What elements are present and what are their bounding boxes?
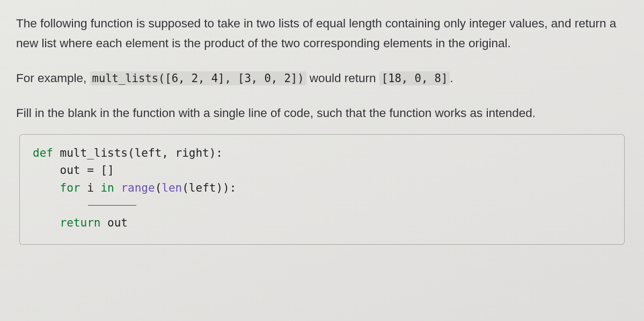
text-p1: The following function is supposed to ta…: [16, 17, 616, 50]
builtin-len: len: [162, 181, 182, 194]
problem-example-p2: For example, mult_lists([6, 2, 4], [3, 0…: [16, 68, 628, 88]
keyword-return: return: [33, 216, 100, 229]
keyword-in: in: [100, 181, 114, 194]
text-p2b: would return: [306, 71, 379, 85]
code-l3-paren1: (: [155, 181, 162, 194]
code-l3-rest: (left)):: [182, 181, 236, 194]
problem-description-p1: The following function is supposed to ta…: [16, 13, 628, 53]
code-l5-rest: out: [100, 216, 128, 229]
code-example-call: mult_lists([6, 2, 4], [3, 0, 2]): [90, 71, 306, 85]
code-l3-space: [114, 181, 121, 194]
text-p2c: .: [450, 71, 453, 85]
keyword-def: def: [33, 147, 53, 159]
code-l1-rest: mult_lists(left, right):: [53, 147, 223, 159]
keyword-for: for: [33, 181, 80, 194]
problem-instruction-p3: Fill in the blank in the function with a…: [16, 103, 628, 123]
fill-in-blank[interactable]: [88, 205, 136, 206]
builtin-range: range: [121, 181, 155, 194]
code-example-result: [18, 0, 8]: [379, 71, 450, 85]
code-l2: out = []: [33, 164, 114, 177]
code-l3-mid: i: [80, 181, 101, 194]
text-p2a: For example,: [16, 71, 90, 85]
text-p3: Fill in the blank in the function with a…: [16, 106, 536, 120]
code-block: def mult_lists(left, right): out = [] fo…: [19, 134, 625, 245]
